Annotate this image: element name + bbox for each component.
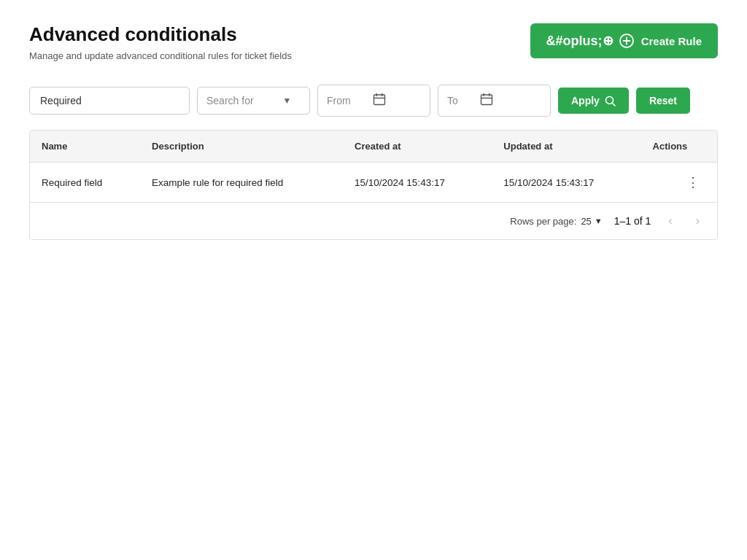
table-header-row: Name Description Created at Updated at A… (30, 131, 717, 163)
rules-table: Name Description Created at Updated at A… (29, 130, 718, 240)
rows-per-page: Rows per page: 25 ▼ (510, 216, 602, 227)
svg-line-12 (612, 103, 615, 106)
cell-description: Example rule for required field (140, 163, 343, 203)
table-row: Required field Example rule for required… (30, 163, 717, 203)
apply-label: Apply (571, 95, 600, 106)
search-icon (605, 96, 616, 106)
svg-rect-3 (374, 95, 384, 105)
search-input[interactable] (29, 87, 190, 114)
rows-per-page-label: Rows per page: (510, 216, 576, 227)
col-description: Description (140, 131, 343, 163)
rows-per-page-select[interactable]: 25 ▼ (581, 216, 602, 227)
apply-button[interactable]: Apply (558, 88, 629, 114)
filter-row: Search for ▼ From To (29, 85, 718, 117)
to-label: To (447, 95, 458, 106)
next-page-button[interactable]: › (690, 211, 705, 230)
header-text: Advanced conditionals Manage and update … (29, 23, 292, 61)
chevron-down-icon: ▼ (595, 217, 603, 225)
prev-page-button[interactable]: ‹ (662, 211, 678, 230)
col-updated-at: Updated at (492, 131, 640, 163)
rows-per-page-value: 25 (581, 216, 591, 227)
cell-name: Required field (30, 163, 140, 203)
calendar-icon (480, 93, 493, 109)
col-actions: Actions (641, 131, 717, 163)
svg-rect-7 (481, 95, 492, 105)
plus-circle-icon: &#oplus;⊕ (546, 34, 614, 47)
page-header: Advanced conditionals Manage and update … (29, 23, 718, 61)
col-name: Name (30, 131, 140, 163)
from-label: From (327, 95, 351, 106)
cell-actions: ⋮ (641, 163, 717, 203)
calendar-icon (373, 93, 386, 109)
page-info: 1–1 of 1 (614, 215, 651, 227)
reset-label: Reset (649, 95, 677, 106)
from-date-input[interactable]: From (317, 85, 430, 117)
cell-created-at: 15/10/2024 15:43:17 (343, 163, 492, 203)
plus-circle-icon (619, 34, 634, 48)
search-for-label: Search for (206, 95, 254, 106)
chevron-down-icon: ▼ (283, 96, 292, 106)
search-for-dropdown[interactable]: Search for ▼ (197, 87, 310, 114)
to-date-input[interactable]: To (438, 85, 551, 117)
create-rule-button[interactable]: &#oplus;⊕ Create Rule (530, 23, 718, 58)
create-rule-label: Create Rule (641, 35, 702, 47)
page-subtitle: Manage and update advanced conditional r… (29, 50, 292, 61)
row-actions-button[interactable]: ⋮ (681, 174, 705, 190)
page-title: Advanced conditionals (29, 23, 292, 46)
col-created-at: Created at (343, 131, 492, 163)
reset-button[interactable]: Reset (636, 88, 690, 114)
cell-updated-at: 15/10/2024 15:43:17 (492, 163, 640, 203)
pagination: Rows per page: 25 ▼ 1–1 of 1 ‹ › (30, 202, 717, 239)
pagination-row: Rows per page: 25 ▼ 1–1 of 1 ‹ › (30, 202, 717, 239)
